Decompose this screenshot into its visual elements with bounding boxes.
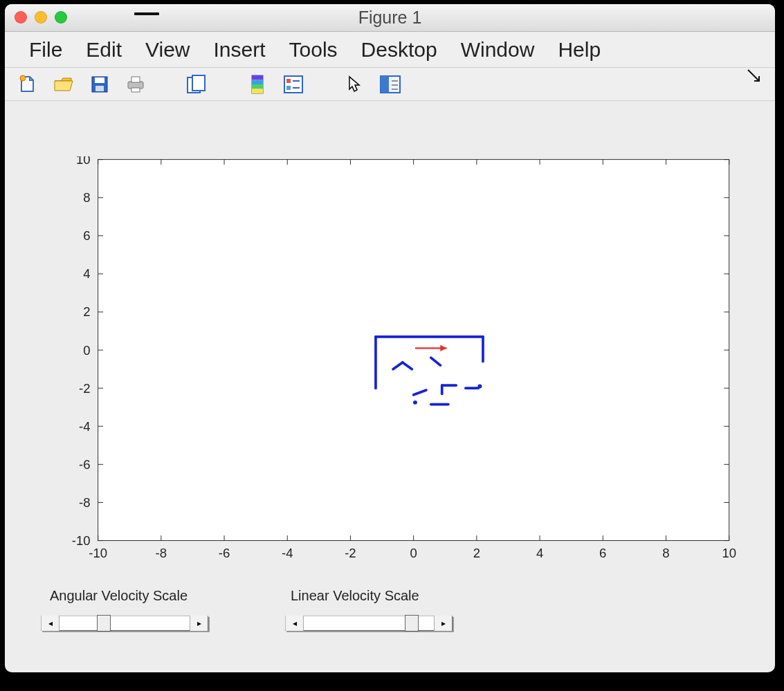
window-title: Figure 1 <box>5 8 775 28</box>
print-icon[interactable] <box>124 73 147 95</box>
menu-help[interactable]: Help <box>546 35 612 64</box>
svg-text:2: 2 <box>473 546 480 560</box>
menu-window[interactable]: Window <box>449 35 547 64</box>
menu-insert[interactable]: Insert <box>202 35 277 64</box>
undock-handle-icon[interactable] <box>134 12 159 15</box>
svg-point-0 <box>20 75 26 81</box>
svg-text:-8: -8 <box>79 495 90 510</box>
linear-scale-label: Linear Velocity Scale <box>291 588 419 604</box>
svg-text:-10: -10 <box>89 546 107 560</box>
svg-text:4: 4 <box>83 266 90 281</box>
angular-scale-label: Angular Velocity Scale <box>50 588 188 604</box>
minimize-icon[interactable] <box>35 11 47 24</box>
slider-right-arrow-icon[interactable]: ▸ <box>190 616 208 631</box>
page-setup-icon[interactable] <box>185 73 208 95</box>
svg-text:6: 6 <box>83 228 90 243</box>
close-icon[interactable] <box>15 11 27 24</box>
slider-left-arrow-icon[interactable]: ◂ <box>42 616 60 631</box>
svg-rect-17 <box>286 86 291 90</box>
slider-left-arrow-icon[interactable]: ◂ <box>286 616 304 631</box>
title-bar: Figure 1 <box>5 4 775 32</box>
pointer-icon[interactable] <box>343 73 366 95</box>
svg-text:-2: -2 <box>79 381 90 396</box>
svg-rect-24 <box>98 160 729 541</box>
zoom-icon[interactable] <box>55 11 67 24</box>
axes[interactable]: -10-8-6-4-20246810-10-8-6-4-20246810 <box>36 156 759 571</box>
new-file-icon[interactable] <box>16 73 39 95</box>
svg-text:4: 4 <box>536 546 543 560</box>
figure-window: Figure 1 File Edit View Insert Tools Des… <box>5 4 775 672</box>
menu-tools[interactable]: Tools <box>277 35 349 64</box>
svg-rect-2 <box>95 77 104 83</box>
angular-scale-slider[interactable]: ◂ ▸ <box>41 616 208 631</box>
slider-thumb[interactable] <box>97 615 111 632</box>
svg-text:6: 6 <box>599 546 606 560</box>
dock-arrow-icon[interactable] <box>745 66 763 84</box>
inspector-icon[interactable] <box>379 73 402 95</box>
open-folder-icon[interactable] <box>52 73 75 95</box>
svg-rect-12 <box>252 84 263 89</box>
svg-text:10: 10 <box>722 546 736 560</box>
svg-text:-8: -8 <box>156 546 167 560</box>
save-icon[interactable] <box>88 73 111 95</box>
svg-rect-8 <box>192 75 205 91</box>
menu-file[interactable]: File <box>17 35 74 64</box>
svg-rect-3 <box>95 86 104 91</box>
svg-text:8: 8 <box>662 546 669 560</box>
svg-text:-10: -10 <box>72 533 91 548</box>
svg-point-100 <box>413 400 417 405</box>
svg-text:2: 2 <box>83 304 90 319</box>
svg-point-103 <box>477 384 482 388</box>
menu-desktop[interactable]: Desktop <box>349 35 449 64</box>
svg-text:-2: -2 <box>345 546 356 560</box>
menu-view[interactable]: View <box>134 35 201 64</box>
svg-text:-6: -6 <box>79 457 90 472</box>
svg-rect-11 <box>252 80 263 84</box>
svg-rect-20 <box>381 76 389 93</box>
svg-rect-13 <box>252 89 263 93</box>
window-controls <box>15 11 67 24</box>
controls-panel: Angular Velocity Scale Linear Velocity S… <box>39 588 759 664</box>
svg-text:-4: -4 <box>79 419 90 434</box>
svg-text:0: 0 <box>83 343 90 358</box>
menu-edit[interactable]: Edit <box>74 35 134 64</box>
svg-text:10: 10 <box>76 156 91 167</box>
menu-bar: File Edit View Insert Tools Desktop Wind… <box>5 32 775 68</box>
svg-text:8: 8 <box>83 190 90 205</box>
svg-text:0: 0 <box>410 546 417 560</box>
svg-rect-15 <box>286 79 291 83</box>
svg-text:-6: -6 <box>219 546 230 560</box>
svg-rect-14 <box>284 76 302 93</box>
svg-rect-10 <box>252 75 263 80</box>
svg-rect-5 <box>131 77 140 82</box>
legend-icon[interactable] <box>282 73 305 95</box>
linear-scale-slider[interactable]: ◂ ▸ <box>285 616 453 631</box>
colorbar-icon[interactable] <box>246 73 269 95</box>
toolbar <box>5 68 775 101</box>
svg-text:-4: -4 <box>282 546 293 560</box>
slider-thumb[interactable] <box>405 615 419 632</box>
slider-right-arrow-icon[interactable]: ▸ <box>434 616 452 631</box>
svg-rect-6 <box>131 88 140 92</box>
